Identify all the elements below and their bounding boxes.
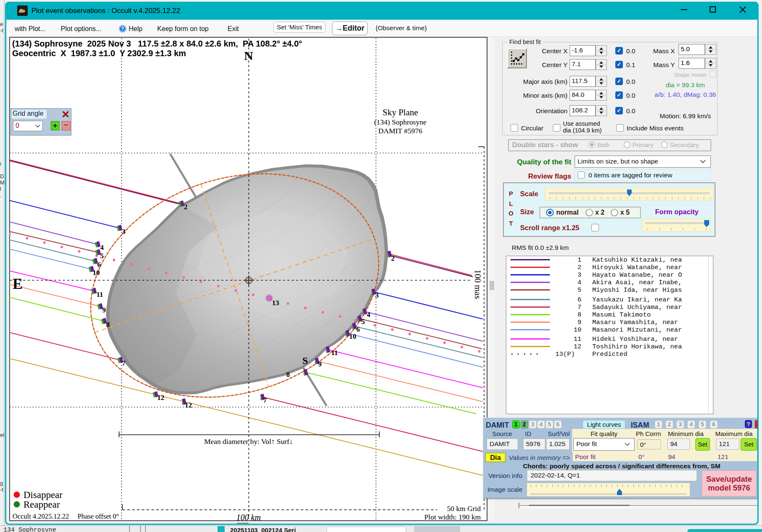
svg-text:9: 9 bbox=[102, 306, 106, 314]
svg-text:E: E bbox=[13, 275, 23, 292]
svg-text:Mean diameter by: Vol↑ Surf↓: Mean diameter by: Vol↑ Surf↓ bbox=[204, 437, 293, 446]
svg-text:DAMIT #5976: DAMIT #5976 bbox=[378, 127, 422, 135]
svg-text:4: 4 bbox=[367, 311, 371, 319]
svg-text:5: 5 bbox=[100, 252, 104, 260]
svg-text:7: 7 bbox=[263, 396, 267, 404]
svg-text:S: S bbox=[302, 355, 308, 366]
svg-text:3: 3 bbox=[375, 291, 379, 299]
svg-text:Occult 4.2025.12.22: Occult 4.2025.12.22 bbox=[13, 512, 69, 520]
svg-text:3: 3 bbox=[122, 228, 126, 236]
svg-text:8: 8 bbox=[286, 371, 290, 379]
svg-text:Disappear: Disappear bbox=[23, 490, 63, 500]
svg-text:10: 10 bbox=[349, 332, 356, 340]
svg-text:Sky Plane: Sky Plane bbox=[383, 107, 418, 117]
svg-text:N: N bbox=[244, 49, 253, 62]
svg-text:5: 5 bbox=[361, 318, 365, 326]
svg-text:12: 12 bbox=[185, 401, 192, 409]
svg-text:?: ? bbox=[121, 26, 124, 32]
svg-text:11: 11 bbox=[96, 291, 103, 298]
svg-text:100 mas: 100 mas bbox=[473, 270, 483, 299]
svg-text:13: 13 bbox=[272, 299, 279, 307]
svg-text:8: 8 bbox=[106, 321, 110, 329]
svg-text:100 km: 100 km bbox=[236, 513, 261, 520]
svg-text:50 km Grid: 50 km Grid bbox=[447, 504, 481, 513]
svg-text:Plot width: 190 km: Plot width: 190 km bbox=[424, 513, 481, 520]
svg-text:2: 2 bbox=[391, 254, 395, 262]
svg-text:Reappear: Reappear bbox=[23, 499, 60, 510]
svg-text:7: 7 bbox=[122, 359, 126, 367]
svg-text:4: 4 bbox=[100, 244, 104, 252]
svg-text:10: 10 bbox=[93, 269, 100, 277]
svg-text:12: 12 bbox=[157, 394, 164, 402]
svg-text:2: 2 bbox=[184, 203, 188, 211]
svg-text:6: 6 bbox=[97, 261, 101, 269]
svg-text:9: 9 bbox=[318, 360, 322, 368]
svg-text:11: 11 bbox=[331, 349, 338, 357]
svg-text:(134) Sophrosyne: (134) Sophrosyne bbox=[374, 118, 427, 126]
svg-text:6: 6 bbox=[356, 325, 360, 333]
svg-text:Phase offset 0°: Phase offset 0° bbox=[78, 512, 119, 520]
